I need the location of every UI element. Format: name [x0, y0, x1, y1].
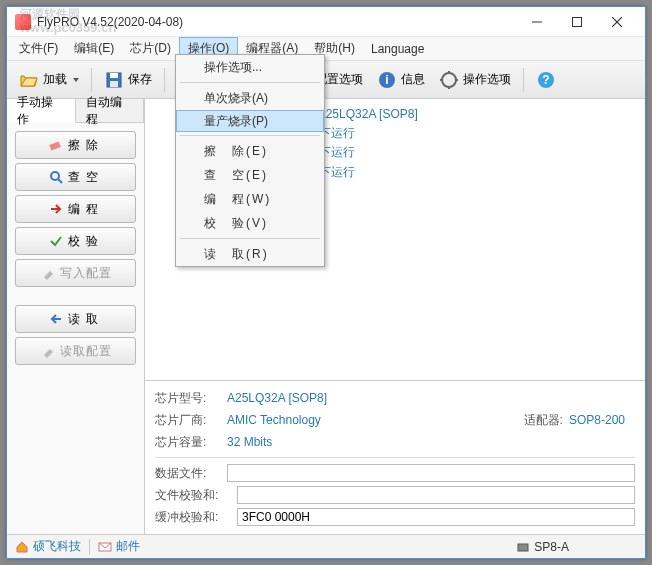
- status-mail-label: 邮件: [116, 538, 140, 555]
- op-program-button[interactable]: 编程: [15, 195, 136, 223]
- dd-erase[interactable]: 擦 除(E): [176, 139, 324, 163]
- info-datafile-input[interactable]: [227, 464, 635, 482]
- menu-file[interactable]: 文件(F): [11, 37, 66, 60]
- toolbar-load-label: 加载: [43, 71, 67, 88]
- info-panel: 芯片型号: A25LQ32A [SOP8] 芯片厂商: AMIC Technol…: [145, 380, 645, 534]
- op-program-label: 编程: [68, 201, 104, 218]
- op-read-label: 读取: [68, 311, 104, 328]
- svg-text:i: i: [385, 73, 388, 87]
- info-adapter-label: 适配器:: [524, 412, 563, 429]
- statusbar: 硕飞科技 邮件 SP8-A: [7, 534, 645, 558]
- main-window: FlyPRO V4.52(2020-04-08) 文件(F) 编辑(E) 芯片(…: [6, 6, 646, 559]
- operate-dropdown: 操作选项... 单次烧录(A) 量产烧录(P) 擦 除(E) 查 空(E) 编 …: [175, 54, 325, 267]
- svg-rect-1: [573, 17, 582, 26]
- dd-read[interactable]: 读 取(R): [176, 242, 324, 266]
- dd-mass[interactable]: 量产烧录(P): [176, 110, 324, 132]
- svg-line-22: [58, 179, 62, 183]
- programmer-icon: [516, 540, 530, 554]
- maximize-button[interactable]: [557, 8, 597, 36]
- info-datafile-label: 数据文件:: [155, 465, 221, 482]
- info-adapter-value: SOP8-200: [569, 413, 625, 427]
- home-icon: [15, 540, 29, 554]
- tab-auto[interactable]: 自动编程: [76, 99, 145, 122]
- op-verify-label: 校验: [68, 233, 104, 250]
- info-bufcheck-label: 缓冲校验和:: [155, 509, 231, 526]
- svg-rect-6: [110, 81, 118, 87]
- arrow-left-icon: [48, 311, 64, 327]
- svg-rect-24: [518, 544, 528, 551]
- op-writecfg-button[interactable]: 写入配置: [15, 259, 136, 287]
- wrench-icon: [40, 265, 56, 281]
- toolbar-save-button[interactable]: 保存: [98, 67, 158, 93]
- toolbar-separator: [523, 68, 524, 92]
- toolbar-separator: [91, 68, 92, 92]
- toolbar-info-button[interactable]: i 信息: [371, 67, 431, 93]
- arrow-right-icon: [48, 201, 64, 217]
- op-readcfg-label: 读取配置: [60, 343, 112, 360]
- toolbar-options-label: 操作选项: [463, 71, 511, 88]
- toolbar-options-button[interactable]: 操作选项: [433, 67, 517, 93]
- dd-separator: [180, 82, 320, 83]
- eraser-icon: [48, 137, 64, 153]
- svg-rect-20: [49, 141, 60, 150]
- op-blank-label: 查空: [68, 169, 104, 186]
- wrench-icon: [40, 343, 56, 359]
- app-icon: [15, 14, 31, 30]
- op-read-button[interactable]: 读取: [15, 305, 136, 333]
- info-filecheck-input[interactable]: [237, 486, 635, 504]
- options-icon: [439, 70, 459, 90]
- menu-chip[interactable]: 芯片(D): [122, 37, 179, 60]
- svg-rect-5: [110, 73, 118, 78]
- menu-language[interactable]: Language: [363, 37, 432, 60]
- dd-separator: [180, 135, 320, 136]
- info-vendor-value: AMIC Technology: [227, 413, 321, 427]
- svg-point-21: [51, 172, 59, 180]
- info-icon: i: [377, 70, 397, 90]
- mail-icon: [98, 540, 112, 554]
- minimize-button[interactable]: [517, 8, 557, 36]
- search-icon: [48, 169, 64, 185]
- status-programmer: SP8-A: [516, 540, 569, 554]
- toolbar-separator: [164, 68, 165, 92]
- tab-manual[interactable]: 手动操作: [7, 99, 76, 123]
- close-button[interactable]: [597, 8, 637, 36]
- info-vendor-label: 芯片厂商:: [155, 412, 221, 429]
- menubar: 文件(F) 编辑(E) 芯片(D) 操作(O) 编程器(A) 帮助(H) Lan…: [7, 37, 645, 61]
- op-readcfg-button[interactable]: 读取配置: [15, 337, 136, 365]
- dd-separator: [180, 238, 320, 239]
- menu-edit[interactable]: 编辑(E): [66, 37, 122, 60]
- toolbar-help-button[interactable]: ?: [530, 67, 562, 93]
- op-verify-button[interactable]: 校验: [15, 227, 136, 255]
- dd-options[interactable]: 操作选项...: [176, 55, 324, 79]
- status-company-label: 硕飞科技: [33, 538, 81, 555]
- toolbar-info-label: 信息: [401, 71, 425, 88]
- info-capacity-value: 32 Mbits: [227, 435, 272, 449]
- log-chip-link[interactable]: A25LQ32A [SOP8]: [318, 107, 418, 121]
- window-title: FlyPRO V4.52(2020-04-08): [37, 15, 517, 29]
- op-writecfg-label: 写入配置: [60, 265, 112, 282]
- dd-single[interactable]: 单次烧录(A): [176, 86, 324, 110]
- status-separator: [89, 539, 90, 555]
- dd-program[interactable]: 编 程(W): [176, 187, 324, 211]
- status-programmer-label: SP8-A: [534, 540, 569, 554]
- folder-open-icon: [19, 70, 39, 90]
- left-panel: 手动操作 自动编程 擦除 查空 编程 校验: [7, 99, 145, 534]
- caret-icon: [73, 78, 79, 82]
- op-erase-button[interactable]: 擦除: [15, 131, 136, 159]
- dd-blank[interactable]: 查 空(E): [176, 163, 324, 187]
- op-erase-label: 擦除: [68, 137, 104, 154]
- check-icon: [48, 233, 64, 249]
- info-bufcheck-input[interactable]: [237, 508, 635, 526]
- titlebar: FlyPRO V4.52(2020-04-08): [7, 7, 645, 37]
- status-mail-link[interactable]: 邮件: [98, 538, 140, 555]
- info-filecheck-label: 文件校验和:: [155, 487, 231, 504]
- help-icon: ?: [536, 70, 556, 90]
- dd-verify[interactable]: 校 验(V): [176, 211, 324, 235]
- info-model-label: 芯片型号:: [155, 390, 221, 407]
- svg-point-17: [442, 73, 456, 87]
- toolbar-load-button[interactable]: 加载: [13, 67, 85, 93]
- svg-text:?: ?: [542, 73, 549, 87]
- status-company-link[interactable]: 硕飞科技: [15, 538, 81, 555]
- op-blank-button[interactable]: 查空: [15, 163, 136, 191]
- left-tabs: 手动操作 自动编程: [7, 99, 144, 123]
